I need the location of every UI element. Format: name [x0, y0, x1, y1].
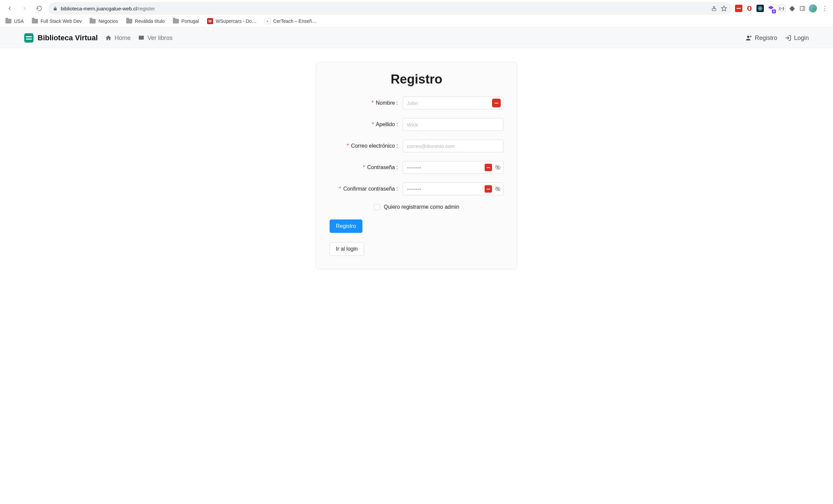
eye-off-icon[interactable] — [495, 186, 501, 192]
bookmark-label: WSupercars - Do… — [216, 19, 256, 24]
password-manager-icon[interactable]: ••• — [492, 99, 501, 107]
url-path: /register — [137, 6, 155, 11]
label-name: * Nombre : — [330, 100, 403, 106]
extension-grad-icon[interactable]: 6 — [767, 5, 775, 12]
row-lastname: * Apellido : — [330, 118, 503, 131]
nav-login[interactable]: Login — [785, 34, 809, 42]
input-lastname[interactable] — [403, 118, 503, 131]
extensions-menu-icon[interactable] — [789, 5, 796, 12]
folder-icon — [90, 19, 96, 23]
bookmarks-bar: USA Full Stack Web Dev Negocios Reválida… — [0, 17, 833, 28]
extension-opera-icon[interactable] — [746, 5, 753, 12]
input-name[interactable] — [403, 97, 503, 110]
profile-avatar[interactable] — [809, 4, 817, 13]
user-plus-icon — [745, 34, 752, 41]
folder-icon — [32, 19, 38, 23]
form-actions: Registro Ir al login — [330, 219, 503, 256]
brand-title: Biblioteca Virtual — [38, 33, 98, 42]
back-button[interactable] — [4, 3, 16, 14]
nav-register[interactable]: Registro — [745, 34, 777, 42]
bookmark-negocios[interactable]: Negocios — [90, 19, 118, 24]
browser-chrome: biblioteca-mern.juancgalue-web.cl/regist… — [0, 0, 833, 28]
chrome-menu-icon[interactable]: ⋮ — [820, 5, 829, 12]
eye-off-icon[interactable] — [495, 164, 501, 170]
svg-point-3 — [748, 7, 751, 10]
bookmark-label: CerTeach – Enseñ… — [273, 19, 316, 24]
nav-label: Registro — [755, 34, 777, 42]
brand-book-icon — [24, 33, 33, 43]
folder-icon — [5, 19, 11, 23]
bookmark-wsupercars[interactable]: WWSupercars - Do… — [207, 18, 256, 24]
folder-icon — [173, 19, 179, 23]
lock-icon — [53, 6, 57, 11]
extension-react-devtools-icon[interactable] — [757, 5, 764, 12]
svg-marker-1 — [721, 6, 727, 11]
folder-icon — [126, 19, 132, 23]
app-navbar: Biblioteca Virtual Home Ver libros Regis… — [0, 28, 833, 48]
nav-home[interactable]: Home — [105, 34, 130, 42]
form-title: Registro — [330, 72, 503, 87]
nav-label: Home — [115, 34, 130, 42]
row-email: * Correo electrónico : — [330, 140, 503, 152]
bookmark-label: USA — [14, 19, 24, 24]
label-password: * Contraseña : — [330, 164, 403, 170]
favicon-icon: W — [207, 18, 213, 24]
url-text: biblioteca-mern.juancgalue-web.cl/regist… — [61, 6, 155, 11]
bookmark-label: Full Stack Web Dev — [41, 19, 82, 24]
admin-checkbox-label: Quiero registrarme como admin — [384, 204, 459, 210]
svg-point-4 — [760, 8, 761, 9]
share-icon[interactable] — [711, 6, 717, 11]
bookmark-label: Portugal — [182, 19, 199, 24]
address-bar[interactable]: biblioteca-mern.juancgalue-web.cl/regist… — [48, 2, 732, 15]
nav-right: Registro Login — [745, 34, 809, 42]
nav-label: Login — [794, 34, 809, 42]
side-panel-icon[interactable] — [800, 5, 806, 11]
svg-point-10 — [747, 35, 749, 38]
label-lastname: * Apellido : — [330, 121, 403, 127]
url-host: biblioteca-mern.juancgalue-web.cl — [61, 6, 137, 11]
extension-braces-icon[interactable]: {··} — [778, 5, 785, 12]
login-icon — [785, 34, 791, 41]
forward-button[interactable] — [19, 3, 30, 14]
extension-lastpass-icon[interactable]: ••• — [735, 5, 742, 12]
bookmark-fullstack[interactable]: Full Stack Web Dev — [32, 19, 82, 24]
page-content: Registro * Nombre : ••• * Apellido : * C… — [0, 48, 833, 290]
bookmark-label: Reválida título — [135, 19, 165, 24]
password-manager-icon[interactable]: ••• — [485, 164, 492, 171]
register-card: Registro * Nombre : ••• * Apellido : * C… — [316, 62, 517, 269]
svg-rect-8 — [800, 6, 805, 10]
row-password: * Contraseña : ••• — [330, 161, 503, 174]
row-confirm: * Confirmar contraseña : ••• — [330, 183, 503, 195]
go-to-login-button[interactable]: Ir al login — [330, 242, 364, 256]
bookmark-usa[interactable]: USA — [5, 19, 24, 24]
nav-label: Ver libros — [147, 34, 172, 42]
row-name: * Nombre : ••• — [330, 97, 503, 110]
bookmark-certeach[interactable]: •CerTeach – Enseñ… — [264, 18, 316, 24]
submit-button[interactable]: Registro — [330, 219, 362, 233]
bookmark-star-icon[interactable] — [721, 5, 727, 11]
extension-badge: 6 — [772, 9, 776, 14]
bookmark-revalida[interactable]: Reválida título — [126, 19, 165, 24]
browser-toolbar: biblioteca-mern.juancgalue-web.cl/regist… — [0, 0, 833, 17]
row-admin-checkbox[interactable]: Quiero registrarme como admin — [330, 204, 503, 210]
reload-button[interactable] — [33, 3, 45, 14]
nav-links: Home Ver libros — [105, 34, 172, 42]
label-email: * Correo electrónico : — [330, 143, 403, 149]
favicon-icon: • — [264, 18, 270, 24]
password-manager-icon[interactable]: ••• — [485, 185, 492, 193]
bookmark-label: Negocios — [98, 19, 118, 24]
home-icon — [105, 34, 112, 41]
bookmark-portugal[interactable]: Portugal — [173, 19, 199, 24]
admin-checkbox[interactable] — [374, 204, 380, 210]
book-open-icon — [138, 34, 145, 41]
input-email[interactable] — [403, 140, 503, 152]
label-confirm: * Confirmar contraseña : — [330, 186, 403, 192]
brand[interactable]: Biblioteca Virtual — [24, 33, 98, 43]
nav-books[interactable]: Ver libros — [138, 34, 172, 42]
